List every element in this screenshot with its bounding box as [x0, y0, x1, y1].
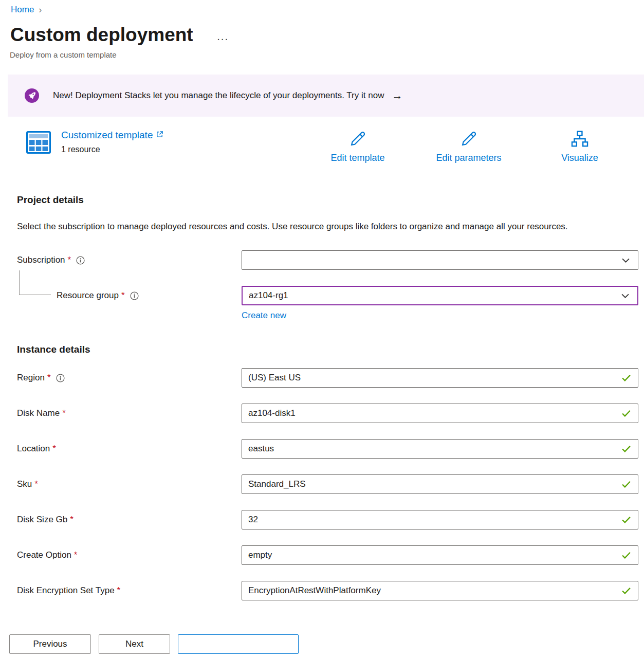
customized-template-link[interactable]: Customized template [61, 130, 163, 141]
instance-details-form: Region * (US) East US Disk Name * az104-… [17, 368, 644, 600]
valid-check-icon [621, 374, 631, 382]
resource-group-control: az104-rg1 [242, 286, 638, 305]
location-input[interactable]: eastus [242, 439, 638, 459]
location-control: eastus [242, 439, 638, 459]
page-subtitle: Deploy from a custom template [10, 50, 644, 59]
location-label: Location [17, 444, 50, 454]
region-control: (US) East US [242, 368, 638, 388]
subscription-label-group: Subscription * [17, 255, 242, 265]
valid-check-icon [621, 587, 631, 595]
sku-control: Standard_LRS [242, 474, 638, 494]
banner-message: New! Deployment Stacks let you manage th… [53, 90, 384, 101]
valid-check-icon [621, 410, 631, 417]
resource-group-value: az104-rg1 [249, 290, 288, 301]
subscription-control [242, 250, 638, 270]
page-title: Custom deployment [10, 23, 193, 47]
deployment-stacks-banner[interactable]: New! Deployment Stacks let you manage th… [8, 75, 644, 117]
chevron-right-icon: › [39, 5, 42, 14]
title-row: Custom deployment ··· [10, 23, 644, 47]
sku-label-group: Sku * [17, 479, 242, 489]
review-create-button[interactable]: Review + create [178, 634, 299, 654]
template-card: Customized template 1 resource Edit temp… [0, 128, 644, 171]
more-options-button[interactable]: ··· [217, 33, 229, 45]
resource-group-label: Resource group [57, 290, 119, 301]
required-marker: * [52, 444, 56, 454]
required-marker: * [68, 255, 71, 265]
info-icon[interactable] [130, 291, 139, 300]
edit-template-button[interactable]: Edit template [302, 129, 413, 163]
create-option-value: empty [248, 550, 272, 560]
create-option-input[interactable]: empty [242, 545, 638, 565]
required-marker: * [121, 290, 125, 301]
disk-name-input[interactable]: az104-disk1 [242, 404, 638, 423]
disk-size-gb-control: 32 [242, 510, 638, 529]
external-link-icon [156, 130, 163, 141]
wizard-footer: Previous Next Review + create [0, 620, 644, 658]
edit-parameters-button[interactable]: Edit parameters [413, 129, 524, 163]
create-new-link[interactable]: Create new [242, 310, 286, 321]
region-input[interactable]: (US) East US [242, 368, 638, 388]
disk-size-gb-label-group: Disk Size Gb * [17, 515, 242, 525]
disk-size-gb-value: 32 [248, 515, 258, 525]
disk-encryption-set-type-field-row: Disk Encryption Set Type * EncryptionAtR… [17, 581, 644, 600]
create-option-label-group: Create Option * [17, 550, 242, 560]
disk-size-gb-field-row: Disk Size Gb * 32 [17, 510, 644, 529]
info-icon[interactable] [56, 374, 65, 382]
chevron-down-icon [621, 294, 629, 299]
required-marker: * [74, 550, 78, 560]
disk-name-control: az104-disk1 [242, 404, 638, 423]
disk-name-value: az104-disk1 [248, 408, 296, 418]
disk-encryption-set-type-input[interactable]: EncryptionAtRestWithPlatformKey [242, 581, 638, 600]
visualize-icon [570, 129, 590, 151]
disk-encryption-set-type-value: EncryptionAtRestWithPlatformKey [248, 586, 381, 596]
next-button[interactable]: Next [99, 634, 170, 654]
region-value: (US) East US [248, 373, 301, 383]
project-details-description: Select the subscription to manage deploy… [17, 218, 608, 234]
location-value: eastus [248, 444, 274, 454]
disk-size-gb-input[interactable]: 32 [242, 510, 638, 529]
info-icon[interactable] [76, 256, 85, 265]
visualize-button[interactable]: Visualize [524, 129, 635, 163]
template-link-label: Customized template [61, 130, 153, 141]
template-icon [26, 131, 51, 154]
required-marker: * [70, 515, 73, 525]
region-field-row: Region * (US) East US [17, 368, 644, 388]
sku-input[interactable]: Standard_LRS [242, 474, 638, 494]
valid-check-icon [621, 445, 631, 453]
template-info: Customized template 1 resource [61, 128, 163, 171]
edit-template-label: Edit template [330, 153, 384, 163]
arrow-right-icon[interactable]: → [392, 89, 402, 102]
sku-field-row: Sku * Standard_LRS [17, 474, 644, 494]
disk-encryption-set-type-label: Disk Encryption Set Type [17, 586, 115, 596]
breadcrumb-home-link[interactable]: Home [11, 5, 34, 15]
create-option-control: empty [242, 545, 638, 565]
sku-value: Standard_LRS [248, 479, 306, 489]
breadcrumb: Home › [0, 0, 644, 15]
region-label: Region [17, 373, 45, 383]
location-field-row: Location * eastus [17, 439, 644, 459]
parent-child-connector-line [19, 270, 51, 295]
sku-label: Sku [17, 479, 32, 489]
rocket-icon [25, 88, 39, 103]
create-option-field-row: Create Option * empty [17, 545, 644, 565]
previous-button[interactable]: Previous [9, 634, 91, 654]
valid-check-icon [621, 516, 631, 524]
required-marker: * [117, 586, 121, 596]
disk-name-field-row: Disk Name * az104-disk1 [17, 404, 644, 423]
resource-group-dropdown[interactable]: az104-rg1 [242, 286, 638, 305]
subscription-dropdown[interactable] [242, 250, 638, 270]
template-actions: Edit template Edit parameters Visualize [302, 129, 635, 163]
visualize-label: Visualize [561, 153, 598, 163]
valid-check-icon [621, 481, 631, 488]
disk-name-label: Disk Name [17, 408, 60, 418]
resource-group-field-row: Resource group * az104-rg1 [17, 286, 644, 305]
edit-parameters-label: Edit parameters [436, 153, 501, 163]
pencil-icon [459, 129, 479, 151]
required-marker: * [62, 408, 66, 418]
location-label-group: Location * [17, 444, 242, 454]
pencil-icon [348, 129, 367, 151]
disk-encryption-set-type-label-group: Disk Encryption Set Type * [17, 586, 242, 596]
subscription-label: Subscription [17, 255, 65, 265]
disk-size-gb-label: Disk Size Gb [17, 515, 67, 525]
project-details-form: Subscription * Resource group * [17, 250, 644, 321]
